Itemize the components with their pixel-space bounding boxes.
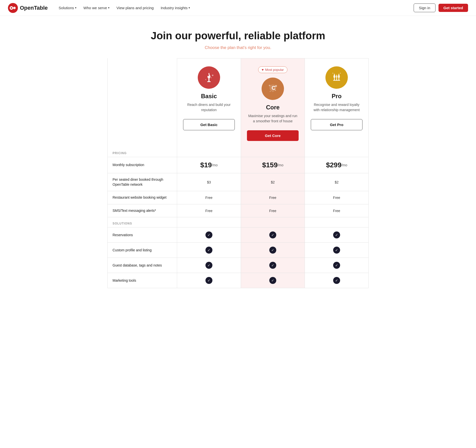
row-cell: ✓: [177, 243, 241, 258]
row-cell: Free: [177, 191, 241, 204]
plan-header-core: ♥ Most popular C ✦ ✦ Core Maximise your …: [241, 58, 305, 147]
table-row: Restaurant website booking widgetFreeFre…: [107, 191, 369, 204]
row-cell: ✓: [241, 273, 305, 288]
chevron-down-icon: ▾: [75, 6, 77, 9]
basic-plan-icon: ✦ ✦: [198, 66, 220, 89]
solutions-fill-2: [241, 217, 305, 227]
basic-plan-name: Basic: [201, 93, 217, 100]
row-label: Custom profile and listing: [108, 243, 177, 258]
check-icon: ✓: [333, 277, 340, 284]
plan-header-pro: ✦ ✦ Pro Recognise and reward loyalty wit…: [305, 58, 369, 147]
check-icon: ✓: [269, 277, 276, 284]
nav-who-we-serve[interactable]: Who we serve ▾: [80, 4, 113, 12]
row-label: Marketing tools: [108, 273, 177, 288]
check-icon: ✓: [205, 247, 212, 254]
row-cell: $2: [305, 173, 369, 191]
row-cell: ✓: [241, 227, 305, 242]
row-label: Per seated diner booked through OpenTabl…: [108, 173, 177, 191]
row-cell: $159/mo: [241, 157, 305, 173]
svg-point-6: [212, 75, 213, 76]
table-row: Marketing tools✓✓✓: [107, 273, 369, 288]
svg-text:✦: ✦: [275, 90, 276, 91]
pricing-fill-2: [241, 147, 305, 157]
solutions-fill-3: [305, 217, 369, 227]
svg-point-11: [275, 85, 277, 87]
basic-plan-desc: Reach diners and build your reputation: [183, 102, 235, 114]
row-cell: Free: [177, 204, 241, 217]
check-icon: ✓: [205, 262, 212, 269]
core-plan-name: Core: [266, 104, 280, 111]
row-label: Restaurant website booking widget: [108, 191, 177, 204]
row-cell: ✓: [305, 243, 369, 258]
nav-view-plans[interactable]: View plans and pricing: [114, 4, 157, 12]
svg-rect-5: [207, 81, 211, 82]
pro-plan-icon: ✦ ✦: [325, 66, 348, 89]
check-icon: ✓: [269, 247, 276, 254]
svg-rect-20: [335, 80, 338, 81]
navigation: OpenTable Solutions ▾ Who we serve ▾ Vie…: [0, 0, 476, 16]
row-cell: Free: [241, 191, 305, 204]
signin-button[interactable]: Sign in: [414, 3, 436, 12]
check-icon: ✓: [269, 262, 276, 269]
pricing-label: PRICING: [108, 147, 177, 157]
svg-point-3: [13, 7, 16, 9]
empty-col: [108, 58, 177, 147]
solutions-section-label-row: SOLUTIONS: [107, 217, 369, 227]
check-icon: ✓: [269, 231, 276, 238]
core-plan-icon: C ✦ ✦: [262, 78, 284, 100]
row-cell: ✓: [305, 258, 369, 273]
solutions-rows: Reservations✓✓✓Custom profile and listin…: [107, 227, 369, 288]
pro-plan-name: Pro: [332, 93, 342, 100]
svg-text:✦: ✦: [208, 72, 210, 75]
solutions-label: SOLUTIONS: [108, 217, 177, 227]
basic-cta-button[interactable]: Get Basic: [183, 119, 235, 130]
row-cell: ✓: [177, 258, 241, 273]
svg-text:✦: ✦: [211, 77, 212, 79]
pricing-section: ✦ ✦ Basic Reach diners and build your re…: [101, 58, 375, 304]
row-cell: Free: [305, 191, 369, 204]
svg-text:✦: ✦: [332, 72, 334, 74]
pricing-fill-1: [177, 147, 241, 157]
svg-rect-18: [338, 80, 340, 81]
plan-header-basic: ✦ ✦ Basic Reach diners and build your re…: [177, 58, 241, 147]
row-cell: ✓: [241, 258, 305, 273]
hero-title: Join our powerful, reliable platform: [8, 30, 468, 42]
nav-solutions[interactable]: Solutions ▾: [56, 4, 79, 12]
svg-point-7: [205, 79, 206, 80]
check-icon: ✓: [333, 262, 340, 269]
row-cell: ✓: [177, 227, 241, 242]
svg-text:✦: ✦: [340, 72, 341, 74]
chevron-down-icon: ▾: [189, 6, 190, 9]
chevron-down-icon: ▾: [108, 6, 110, 9]
row-label: Monthly subscription: [108, 157, 177, 173]
nav-links: Solutions ▾ Who we serve ▾ View plans an…: [56, 4, 414, 12]
table-row: Reservations✓✓✓: [107, 227, 369, 242]
svg-text:✦: ✦: [270, 91, 271, 92]
svg-point-2: [11, 7, 12, 9]
row-label: Reservations: [108, 227, 177, 242]
check-icon: ✓: [333, 247, 340, 254]
core-cta-button[interactable]: Get Core: [247, 130, 299, 141]
row-cell: ✓: [177, 273, 241, 288]
row-cell: Free: [305, 204, 369, 217]
row-label: SMS/Text messaging alerts*: [108, 204, 177, 217]
table-row: SMS/Text messaging alerts*FreeFreeFree: [107, 204, 369, 218]
core-plan-desc: Maximise your seatings and run a smoothe…: [247, 113, 299, 125]
row-cell: Free: [241, 204, 305, 217]
pro-cta-button[interactable]: Get Pro: [311, 119, 362, 130]
row-cell: $3: [177, 173, 241, 191]
most-popular-badge: ♥ Most popular: [258, 66, 288, 73]
pro-plan-desc: Recognise and reward loyalty with relati…: [311, 102, 362, 114]
svg-rect-16: [333, 80, 336, 81]
row-cell: $299/mo: [305, 157, 369, 173]
heart-icon: ♥: [262, 68, 264, 72]
row-cell: ✓: [305, 227, 369, 242]
row-cell: $19/mo: [177, 157, 241, 173]
logo[interactable]: OpenTable: [8, 3, 48, 13]
nav-industry-insights[interactable]: Industry insights ▾: [158, 4, 193, 12]
row-cell: $2: [241, 173, 305, 191]
pricing-rows: Monthly subscription$19/mo$159/mo$299/mo…: [107, 157, 369, 217]
nav-actions: Sign in Get started: [414, 3, 468, 12]
getstarted-button[interactable]: Get started: [438, 4, 468, 12]
table-row: Custom profile and listing✓✓✓: [107, 242, 369, 258]
